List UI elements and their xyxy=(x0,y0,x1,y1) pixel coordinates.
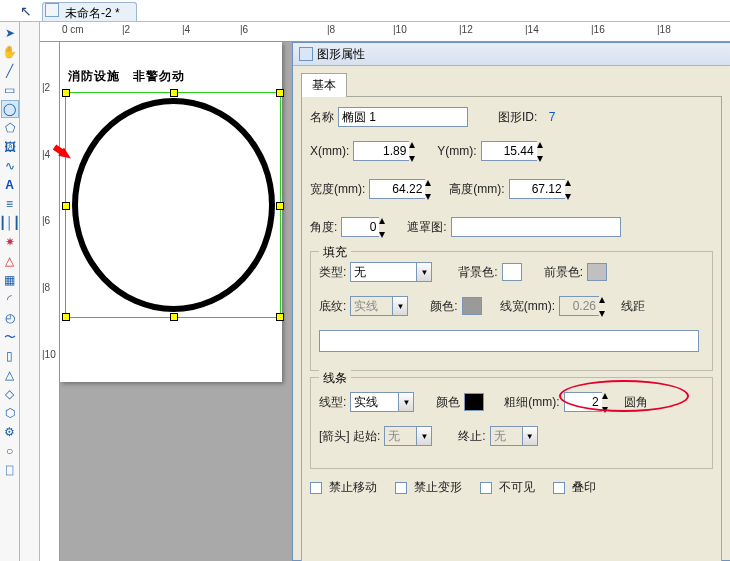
arrow-end-label: 终止: xyxy=(458,428,485,445)
arc-tool-icon[interactable]: ◜ xyxy=(1,290,19,308)
panel-title-bar[interactable]: 图形属性 xyxy=(293,43,730,66)
x-input[interactable] xyxy=(353,141,409,161)
title-bar: ↖ 未命名-2 * xyxy=(0,0,730,22)
triangle-tool-icon[interactable]: △ xyxy=(1,366,19,384)
hand-tool-icon[interactable]: ✋ xyxy=(1,43,19,61)
gear-tool-icon[interactable]: ⚙ xyxy=(1,423,19,441)
panel-body: 名称 图形ID: 7 X(mm): ▴▾ Y(mm): ▴▾ 宽度(mm): ▴… xyxy=(301,96,722,561)
tab-basic-label: 基本 xyxy=(312,78,336,92)
list-tool-icon[interactable]: ≡ xyxy=(1,195,19,213)
name-label: 名称 xyxy=(310,109,334,126)
filltype-label: 类型: xyxy=(319,264,346,281)
fillcolor-label: 颜色: xyxy=(430,298,457,315)
stamp-tool-icon[interactable]: △ xyxy=(1,252,19,270)
spin-up-icon[interactable]: ▴ xyxy=(602,388,608,402)
ruler-v-lbl: |2 xyxy=(42,82,50,93)
thickness-input[interactable] xyxy=(564,392,602,412)
arrow-start-label: [箭头] 起始: xyxy=(319,428,380,445)
dropdown-icon: ▼ xyxy=(392,296,408,316)
handle-ne[interactable] xyxy=(276,89,284,97)
y-input[interactable] xyxy=(481,141,537,161)
fgcolor-swatch[interactable] xyxy=(587,263,607,281)
wave-tool-icon[interactable]: 〜 xyxy=(1,328,19,346)
ruler-v-lbl: |10 xyxy=(42,349,56,360)
width-label: 宽度(mm): xyxy=(310,181,365,198)
ruler-vertical: |2 |4 |6 |8 |10 xyxy=(40,42,60,561)
spacing-label: 线距 xyxy=(621,298,645,315)
pattern-label: 底纹: xyxy=(319,298,346,315)
line-legend: 线条 xyxy=(319,370,351,387)
pointer-tool-icon[interactable]: ➤ xyxy=(1,24,19,42)
invisible-label: 不可见 xyxy=(499,479,535,496)
barcode-tool-icon[interactable]: ┃│┃ xyxy=(1,214,19,232)
spin-up-icon: ▴ xyxy=(599,292,605,306)
ruler-h-lbl: |2 xyxy=(122,24,130,35)
dropdown-icon: ▼ xyxy=(416,426,432,446)
spin-down-icon[interactable]: ▾ xyxy=(409,151,415,165)
pie-tool-icon[interactable]: ◴ xyxy=(1,309,19,327)
spin-up-icon[interactable]: ▴ xyxy=(379,213,385,227)
lockmove-checkbox[interactable] xyxy=(310,482,322,494)
angle-input[interactable] xyxy=(341,217,379,237)
width-input[interactable] xyxy=(369,179,425,199)
star-tool-icon[interactable]: ✷ xyxy=(1,233,19,251)
handle-nw[interactable] xyxy=(62,89,70,97)
properties-panel: 图形属性 基本 名称 图形ID: 7 X(mm): ▴▾ Y(mm): ▴▾ 宽… xyxy=(292,42,730,561)
cursor-icon: ↖ xyxy=(20,3,32,19)
mask-input[interactable] xyxy=(451,217,621,237)
linetype-select[interactable] xyxy=(350,392,398,412)
rect-tool-icon[interactable]: ▭ xyxy=(1,81,19,99)
spin-down-icon[interactable]: ▾ xyxy=(379,227,385,241)
spin-down-icon[interactable]: ▾ xyxy=(537,151,543,165)
lockresize-checkbox[interactable] xyxy=(395,482,407,494)
polygon-tool-icon[interactable]: ⬠ xyxy=(1,119,19,137)
spin-up-icon[interactable]: ▴ xyxy=(425,175,431,189)
handle-s[interactable] xyxy=(170,313,178,321)
table-tool-icon[interactable]: ▦ xyxy=(1,271,19,289)
spin-up-icon[interactable]: ▴ xyxy=(565,175,571,189)
dropdown-icon[interactable]: ▼ xyxy=(416,262,432,282)
bgcolor-swatch[interactable] xyxy=(502,263,522,281)
page-tool-icon[interactable]: ⎕ xyxy=(1,461,19,479)
selection-box xyxy=(65,92,281,318)
spin-up-icon[interactable]: ▴ xyxy=(409,137,415,151)
handle-w[interactable] xyxy=(62,202,70,210)
thickness-label: 粗细(mm): xyxy=(504,394,559,411)
heading-part: 消防设施 xyxy=(68,69,120,83)
linecolor-swatch[interactable] xyxy=(464,393,484,411)
diamond-tool-icon[interactable]: ◇ xyxy=(1,385,19,403)
canvas-area[interactable]: 消防设施 非警勿动 xyxy=(60,42,292,561)
name-input[interactable] xyxy=(338,107,468,127)
invisible-checkbox[interactable] xyxy=(480,482,492,494)
hex-tool-icon[interactable]: ⬡ xyxy=(1,404,19,422)
filltype-select[interactable] xyxy=(350,262,416,282)
fill-extra-input[interactable] xyxy=(319,330,699,352)
circle2-tool-icon[interactable]: ○ xyxy=(1,442,19,460)
spin-down-icon[interactable]: ▾ xyxy=(425,189,431,203)
id-value[interactable]: 7 xyxy=(549,110,556,124)
handle-e[interactable] xyxy=(276,202,284,210)
image-tool-icon[interactable]: 🖼 xyxy=(1,138,19,156)
line-tool-icon[interactable]: ╱ xyxy=(1,62,19,80)
overprint-checkbox[interactable] xyxy=(553,482,565,494)
ruler-v-lbl: |8 xyxy=(42,282,50,293)
arrow-start-select xyxy=(384,426,416,446)
tab-basic[interactable]: 基本 xyxy=(301,73,347,97)
fill-legend: 填充 xyxy=(319,244,351,261)
spin-down-icon[interactable]: ▾ xyxy=(602,402,608,416)
text-tool-icon[interactable]: A xyxy=(1,176,19,194)
handle-se[interactable] xyxy=(276,313,284,321)
spin-down-icon[interactable]: ▾ xyxy=(565,189,571,203)
curve-tool-icon[interactable]: ∿ xyxy=(1,157,19,175)
measure-tool-icon[interactable]: ▯ xyxy=(1,347,19,365)
dropdown-icon[interactable]: ▼ xyxy=(398,392,414,412)
height-input[interactable] xyxy=(509,179,565,199)
fgcolor-label: 前景色: xyxy=(544,264,583,281)
handle-sw[interactable] xyxy=(62,313,70,321)
spin-up-icon[interactable]: ▴ xyxy=(537,137,543,151)
doc-icon xyxy=(45,3,59,17)
lockmove-label: 禁止移动 xyxy=(329,479,377,496)
fillcolor-swatch[interactable] xyxy=(462,297,482,315)
ellipse-tool-icon[interactable]: ◯ xyxy=(1,100,19,118)
handle-n[interactable] xyxy=(170,89,178,97)
